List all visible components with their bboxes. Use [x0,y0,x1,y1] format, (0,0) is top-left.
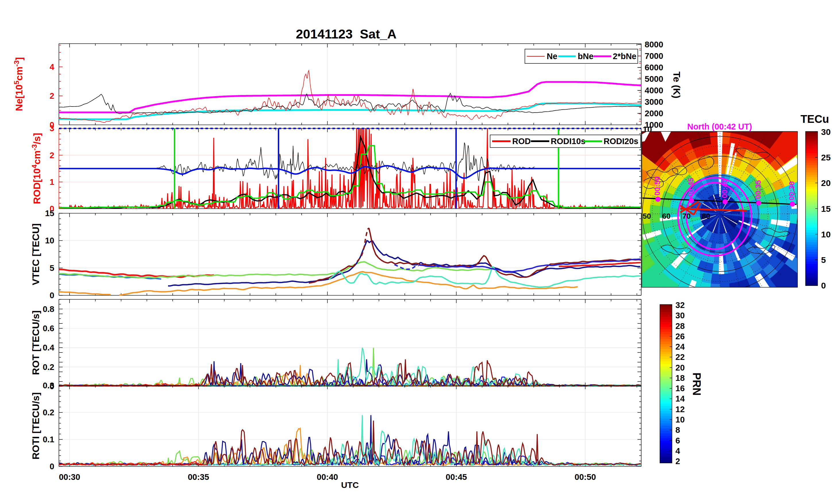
svg-text:ROTI [TECU/s]: ROTI [TECU/s] [30,392,41,459]
svg-text:0: 0 [821,281,826,290]
svg-text:20141123 Sat_A: 20141123 Sat_A [296,27,396,41]
svg-text:2: 2 [50,91,54,100]
svg-text:5: 5 [821,255,826,265]
svg-text:25: 25 [821,153,831,162]
svg-text:0.8: 0.8 [43,304,54,314]
svg-text:00:45: 00:45 [687,178,695,197]
svg-text:0.2: 0.2 [43,363,54,372]
svg-text:ROD: ROD [512,137,531,146]
svg-text:North (00:42 UT): North (00:42 UT) [687,122,752,131]
svg-text:0.6: 0.6 [43,324,54,333]
svg-text:15: 15 [45,209,54,218]
svg-text:16: 16 [675,384,685,393]
svg-text:10: 10 [821,230,831,239]
svg-text:22: 22 [675,352,685,362]
svg-text:20: 20 [675,363,685,372]
svg-text:Ne: Ne [547,52,557,61]
svg-text:7000: 7000 [645,51,663,61]
svg-text:70: 70 [682,212,690,221]
svg-text:10: 10 [45,236,54,245]
svg-text:5000: 5000 [645,74,663,84]
svg-text:ROT [TECU/s]: ROT [TECU/s] [30,311,41,375]
svg-text:30: 30 [821,127,831,137]
svg-text:00:35: 00:35 [754,180,763,200]
svg-text:00:40: 00:40 [317,473,338,482]
svg-text:0.2: 0.2 [43,408,54,417]
svg-text:00:30: 00:30 [787,181,796,201]
svg-text:2: 2 [50,151,54,160]
svg-text:4: 4 [50,62,54,71]
svg-text:00:30: 00:30 [59,473,80,482]
svg-text:3: 3 [50,124,54,133]
svg-text:RODI20s: RODI20s [603,137,638,146]
svg-text:0.3: 0.3 [43,381,54,390]
svg-text:80: 80 [702,212,710,221]
svg-text:8000: 8000 [645,40,663,49]
svg-text:10: 10 [675,415,685,424]
svg-text:15: 15 [821,204,831,213]
svg-text:1: 1 [50,177,54,187]
svg-text:Ne[105cm-3]: Ne[105cm-3] [13,57,24,111]
svg-text:UTC: UTC [341,480,359,490]
svg-text:20: 20 [821,178,831,188]
svg-text:00:35: 00:35 [188,473,209,482]
svg-text:00:45: 00:45 [445,473,467,482]
svg-text:2*bNe: 2*bNe [613,52,636,61]
svg-text:5: 5 [50,264,54,273]
svg-text:6: 6 [675,436,680,445]
svg-text:3000: 3000 [645,97,663,107]
svg-text:RODI10s: RODI10s [551,137,586,146]
svg-text:18: 18 [675,373,685,383]
svg-text:Te (K): Te (K) [672,71,682,98]
svg-text:0: 0 [50,291,54,300]
svg-text:0.1: 0.1 [43,435,54,444]
svg-text:24: 24 [675,342,685,351]
svg-text:8: 8 [675,426,680,435]
svg-text:12: 12 [675,405,685,414]
svg-text:26: 26 [675,332,685,341]
svg-text:00:50: 00:50 [653,177,662,196]
svg-text:VTEC [TECU]: VTEC [TECU] [30,223,41,285]
svg-text:TECu: TECu [800,113,829,125]
svg-text:0.4: 0.4 [43,343,54,352]
svg-text:4000: 4000 [645,86,663,95]
svg-text:bNe: bNe [578,52,594,61]
svg-text:30: 30 [675,311,685,320]
svg-text:2000: 2000 [645,109,663,118]
svg-text:ROD[104cm-3/s]: ROD[104cm-3/s] [30,133,42,204]
svg-text:60: 60 [662,212,671,221]
svg-text:4: 4 [675,446,680,456]
svg-text:00:50: 00:50 [575,473,596,482]
svg-text:6000: 6000 [645,63,663,72]
svg-text:PRN: PRN [690,372,703,395]
svg-text:00:40: 00:40 [720,179,729,198]
svg-text:2: 2 [675,457,680,466]
svg-text:0: 0 [50,462,54,471]
svg-text:14: 14 [675,394,685,403]
svg-text:50: 50 [643,212,651,221]
svg-text:32: 32 [675,300,685,310]
svg-text:28: 28 [675,321,685,330]
